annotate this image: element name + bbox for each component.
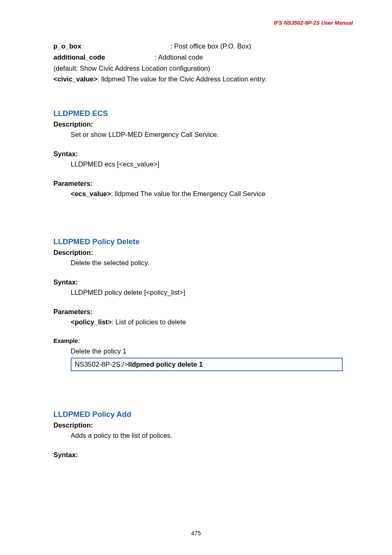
- example-text: Delete the policy 1: [53, 346, 353, 356]
- description-text: Delete the selected policy.: [53, 258, 353, 268]
- param-description: : lldpmed The value for the Emergency Ca…: [111, 190, 265, 197]
- syntax-label: Syntax:: [53, 150, 353, 158]
- param-p-o-box: p_o_box : Post office box (P.O. Box): [53, 41, 353, 51]
- description-label: Description:: [53, 421, 353, 429]
- code-box: NS3502-8P-2S:/>lldpmed policy delete 1: [71, 358, 343, 371]
- example-label: Example:: [53, 338, 353, 344]
- syntax-text: LLDPMED policy delete [<policy_list>]: [53, 287, 353, 298]
- param-description: : List of policies to delete: [112, 318, 186, 326]
- section-title-policy-add: LLDPMED Policy Add: [53, 410, 353, 419]
- description-label: Description:: [53, 120, 353, 128]
- description-text: Set or show LLDP-MED Emergency Call Serv…: [53, 130, 353, 140]
- param-value: : lldpmed The value for the Civic Addres…: [97, 75, 266, 83]
- code-prefix: NS3502-8P-2S:/>: [75, 361, 128, 368]
- param-label: additional_code: [53, 52, 153, 62]
- code-command: lldpmed policy delete 1: [128, 361, 203, 368]
- parameters-label: Parameters:: [53, 308, 353, 316]
- param-name: <ecs_value>: [71, 190, 111, 197]
- syntax-label: Syntax:: [53, 451, 353, 459]
- param-name: <policy_list>: [71, 318, 112, 326]
- syntax-label: Syntax:: [53, 278, 353, 286]
- parameters-text: <ecs_value>: lldpmed The value for the E…: [53, 189, 353, 199]
- param-label: <civic_value>: [53, 74, 97, 84]
- description-text: Adds a policy to the list of polices.: [53, 430, 353, 441]
- parameters-text: <policy_list>: List of policies to delet…: [53, 317, 353, 327]
- section-title-ecs: LLDPMED ECS: [53, 109, 353, 118]
- section-title-policy-delete: LLDPMED Policy Delete: [53, 237, 353, 246]
- page-header: IFS NS3502-8P-2S User Manual: [274, 20, 353, 26]
- param-value: : Post office box (P.O. Box): [171, 42, 251, 50]
- syntax-text: LLDPMED ecs [<ecs_value>]: [53, 159, 353, 169]
- parameters-label: Parameters:: [53, 180, 353, 187]
- page-content: p_o_box : Post office box (P.O. Box) add…: [53, 41, 353, 460]
- param-value: : Addtional code: [155, 53, 203, 61]
- page-number: 475: [0, 530, 392, 536]
- description-label: Description:: [53, 249, 353, 257]
- param-civic-value: <civic_value>: lldpmed The value for the…: [53, 74, 353, 84]
- param-label: p_o_box: [53, 41, 168, 51]
- param-default-line: (default: Show Civic Address Location co…: [53, 63, 353, 74]
- param-additional-code: additional_code : Addtional code: [53, 52, 353, 62]
